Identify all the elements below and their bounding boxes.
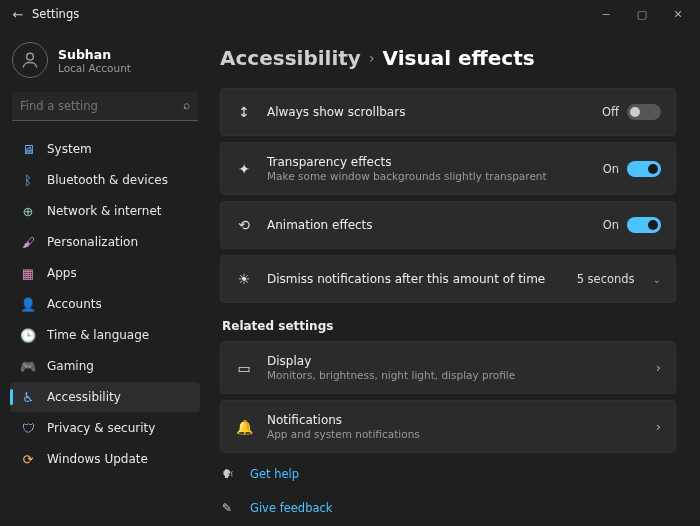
- sidebar-item-acct[interactable]: 👤Accounts: [10, 289, 200, 319]
- user-name: Subhan: [58, 47, 131, 62]
- bell-icon: 🔔: [235, 419, 253, 435]
- bt-icon: ᛒ: [20, 172, 36, 188]
- scrollbars-icon: ↕: [235, 104, 253, 120]
- close-button[interactable]: ✕: [660, 0, 696, 28]
- search-icon: ⌕: [183, 98, 190, 112]
- transparency-card[interactable]: ✦ Transparency effects Make some window …: [220, 142, 676, 195]
- notifications-link-card[interactable]: 🔔 Notifications App and system notificat…: [220, 400, 676, 453]
- display-title: Display: [267, 354, 642, 368]
- get-help-link[interactable]: 🗣 Get help: [220, 461, 676, 487]
- sidebar-item-label: Accounts: [47, 297, 102, 311]
- system-icon: 🖥: [20, 141, 36, 157]
- user-account-type: Local Account: [58, 62, 131, 74]
- sidebar-item-net[interactable]: ⊕Network & internet: [10, 196, 200, 226]
- sidebar-item-label: Network & internet: [47, 204, 162, 218]
- a11y-icon: ♿: [20, 389, 36, 405]
- upd-icon: ⟳: [20, 451, 36, 467]
- sidebar-item-bt[interactable]: ᛒBluetooth & devices: [10, 165, 200, 195]
- transparency-sub: Make some window backgrounds slightly tr…: [267, 170, 589, 182]
- sidebar-item-system[interactable]: 🖥System: [10, 134, 200, 164]
- user-block[interactable]: Subhan Local Account: [6, 36, 204, 90]
- get-help-label: Get help: [250, 467, 299, 481]
- sidebar-item-upd[interactable]: ⟳Windows Update: [10, 444, 200, 474]
- display-icon: ▭: [235, 360, 253, 376]
- breadcrumb-parent[interactable]: Accessibility: [220, 46, 361, 70]
- transparency-icon: ✦: [235, 161, 253, 177]
- breadcrumb: Accessibility › Visual effects: [220, 46, 676, 70]
- svg-point-0: [27, 53, 34, 60]
- sidebar-item-label: Windows Update: [47, 452, 148, 466]
- search-input[interactable]: [12, 92, 198, 121]
- give-feedback-label: Give feedback: [250, 501, 332, 515]
- title-bar: ← Settings ─ ▢ ✕: [0, 0, 700, 28]
- back-button[interactable]: ←: [4, 7, 32, 22]
- display-link-card[interactable]: ▭ Display Monitors, brightness, night li…: [220, 341, 676, 394]
- sidebar-item-label: Apps: [47, 266, 77, 280]
- related-header: Related settings: [222, 319, 676, 333]
- time-icon: 🕒: [20, 327, 36, 343]
- display-sub: Monitors, brightness, night light, displ…: [267, 369, 642, 381]
- sidebar-item-label: Accessibility: [47, 390, 121, 404]
- sidebar-item-time[interactable]: 🕒Time & language: [10, 320, 200, 350]
- transparency-toggle[interactable]: [627, 161, 661, 177]
- game-icon: 🎮: [20, 358, 36, 374]
- transparency-state: On: [603, 162, 619, 176]
- scrollbars-card[interactable]: ↕ Always show scrollbars Off: [220, 88, 676, 136]
- dismiss-icon: ☀: [235, 271, 253, 287]
- animation-title: Animation effects: [267, 218, 589, 232]
- dismiss-value: 5 seconds: [577, 272, 635, 286]
- maximize-button[interactable]: ▢: [624, 0, 660, 28]
- nav-list: 🖥SystemᛒBluetooth & devices⊕Network & in…: [6, 133, 204, 526]
- feedback-icon: ✎: [222, 501, 238, 515]
- minimize-button[interactable]: ─: [588, 0, 624, 28]
- sidebar-item-priv[interactable]: 🛡Privacy & security: [10, 413, 200, 443]
- scrollbars-toggle[interactable]: [627, 104, 661, 120]
- sidebar-item-label: System: [47, 142, 92, 156]
- animation-toggle[interactable]: [627, 217, 661, 233]
- animation-icon: ⟲: [235, 217, 253, 233]
- pers-icon: 🖌: [20, 234, 36, 250]
- sidebar: Subhan Local Account ⌕ 🖥SystemᛒBluetooth…: [0, 28, 210, 526]
- priv-icon: 🛡: [20, 420, 36, 436]
- transparency-title: Transparency effects: [267, 155, 589, 169]
- give-feedback-link[interactable]: ✎ Give feedback: [220, 495, 676, 521]
- chevron-right-icon: ›: [369, 50, 375, 66]
- scrollbars-state: Off: [602, 105, 619, 119]
- main-panel: Accessibility › Visual effects ↕ Always …: [210, 28, 700, 526]
- chevron-right-icon: ›: [656, 419, 661, 434]
- sidebar-item-pers[interactable]: 🖌Personalization: [10, 227, 200, 257]
- app-title: Settings: [32, 7, 79, 21]
- notifications-sub: App and system notifications: [267, 428, 642, 440]
- apps-icon: ▦: [20, 265, 36, 281]
- sidebar-item-a11y[interactable]: ♿Accessibility: [10, 382, 200, 412]
- sidebar-item-label: Bluetooth & devices: [47, 173, 168, 187]
- sidebar-item-label: Time & language: [47, 328, 149, 342]
- dismiss-title: Dismiss notifications after this amount …: [267, 272, 563, 286]
- scrollbars-title: Always show scrollbars: [267, 105, 588, 119]
- dismiss-card[interactable]: ☀ Dismiss notifications after this amoun…: [220, 255, 676, 303]
- dismiss-dropdown[interactable]: 5 seconds ⌄: [577, 272, 661, 286]
- sidebar-item-game[interactable]: 🎮Gaming: [10, 351, 200, 381]
- chevron-right-icon: ›: [656, 360, 661, 375]
- chevron-down-icon: ⌄: [653, 274, 661, 285]
- sidebar-item-apps[interactable]: ▦Apps: [10, 258, 200, 288]
- sidebar-item-label: Gaming: [47, 359, 94, 373]
- net-icon: ⊕: [20, 203, 36, 219]
- animation-state: On: [603, 218, 619, 232]
- help-icon: 🗣: [222, 467, 238, 481]
- avatar-icon: [12, 42, 48, 78]
- animation-card[interactable]: ⟲ Animation effects On: [220, 201, 676, 249]
- breadcrumb-current: Visual effects: [383, 46, 535, 70]
- search-box[interactable]: ⌕: [12, 92, 198, 121]
- acct-icon: 👤: [20, 296, 36, 312]
- notifications-title: Notifications: [267, 413, 642, 427]
- sidebar-item-label: Personalization: [47, 235, 138, 249]
- sidebar-item-label: Privacy & security: [47, 421, 155, 435]
